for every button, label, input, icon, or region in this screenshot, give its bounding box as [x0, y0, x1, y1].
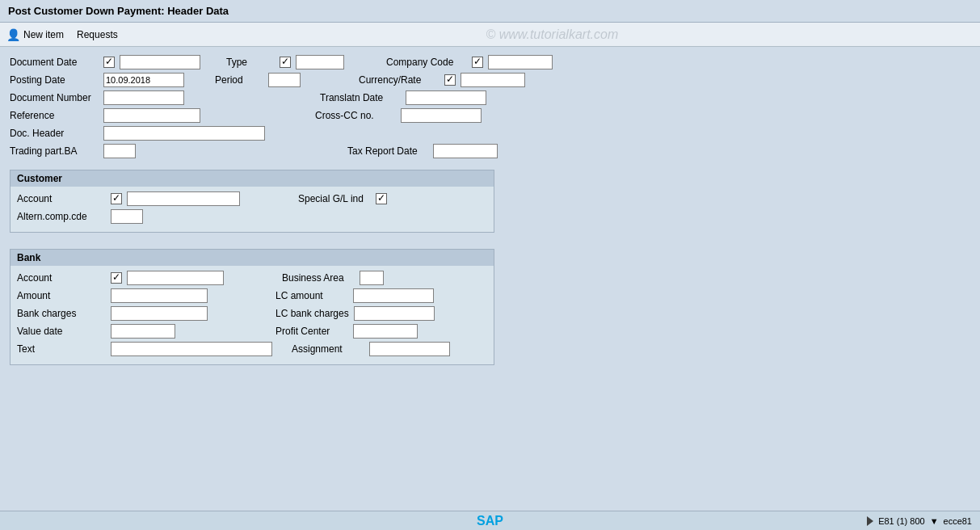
- assignment-label: Assignment: [292, 343, 364, 355]
- row-1: Document Date Type Company Code: [10, 55, 970, 69]
- translatn-date-input[interactable]: [406, 90, 486, 105]
- tax-report-date-label: Tax Report Date: [347, 145, 428, 157]
- watermark: © www.tutorialkart.com: [131, 27, 974, 42]
- doc-header-input[interactable]: [103, 126, 265, 141]
- bank-charges-label: Bank charges: [17, 308, 106, 319]
- company-code-input[interactable]: [488, 55, 553, 69]
- bank-charges-input[interactable]: [111, 306, 208, 321]
- profit-center-input[interactable]: [353, 324, 418, 339]
- user-info: ecce81: [944, 516, 972, 526]
- reference-input[interactable]: [103, 108, 200, 123]
- customer-section: Customer Account Special G/L ind Altern.…: [10, 170, 494, 233]
- row-2: Posting Date Period Currency/Rate: [10, 73, 970, 87]
- bank-account-label: Account: [17, 272, 106, 284]
- bank-title: Bank: [17, 252, 40, 263]
- person-icon: 👤: [6, 28, 20, 41]
- row-5: Doc. Header: [10, 126, 970, 141]
- sap-logo: SAP: [477, 514, 503, 528]
- special-gl-label: Special G/L ind: [298, 193, 371, 204]
- toolbar: 👤 New item Requests © www.tutorialkart.c…: [0, 23, 980, 47]
- amount-label: Amount: [17, 290, 106, 301]
- bank-account-row: Account Business Area: [17, 271, 487, 285]
- lc-bank-charges-label: LC bank charges: [275, 308, 349, 319]
- company-code-label: Company Code: [386, 57, 467, 68]
- requests-label: Requests: [77, 29, 118, 40]
- row-4: Reference Cross-CC no.: [10, 108, 970, 123]
- altern-comp-input[interactable]: [111, 209, 143, 224]
- row-3: Document Number Translatn Date: [10, 90, 970, 105]
- posting-date-input[interactable]: [103, 73, 184, 87]
- row-6: Trading part.BA Tax Report Date: [10, 144, 970, 158]
- customer-account-checkbox[interactable]: [111, 193, 122, 204]
- value-date-label: Value date: [17, 326, 106, 337]
- document-date-label: Document Date: [10, 57, 99, 68]
- page-title: Post Customer Down Payment: Header Data: [8, 5, 229, 17]
- requests-button[interactable]: Requests: [77, 29, 118, 40]
- period-label: Period: [215, 74, 263, 86]
- dropdown-icon[interactable]: ▼: [930, 516, 939, 526]
- document-number-input[interactable]: [103, 90, 184, 105]
- text-label: Text: [17, 343, 106, 355]
- bank-value-date-row: Value date Profit Center: [17, 324, 487, 339]
- tax-report-date-input[interactable]: [433, 144, 498, 158]
- bank-text-row: Text Assignment: [17, 342, 487, 356]
- document-date-checkbox[interactable]: [103, 57, 115, 68]
- bank-section-header: Bank: [11, 250, 494, 266]
- type-checkbox[interactable]: [280, 57, 291, 68]
- bank-account-input[interactable]: [127, 271, 224, 285]
- customer-account-row: Account Special G/L ind: [17, 191, 487, 206]
- bank-amount-row: Amount LC amount: [17, 288, 487, 303]
- doc-header-label: Doc. Header: [10, 128, 99, 139]
- lc-amount-input[interactable]: [353, 288, 434, 303]
- bank-charges-row: Bank charges LC bank charges: [17, 306, 487, 321]
- lc-amount-label: LC amount: [275, 290, 348, 301]
- status-bar: SAP E81 (1) 800 ▼ ecce81: [0, 511, 980, 530]
- document-number-label: Document Number: [10, 92, 99, 103]
- business-area-label: Business Area: [282, 272, 355, 284]
- translatn-date-label: Translatn Date: [320, 92, 401, 103]
- text-input[interactable]: [111, 342, 272, 356]
- new-item-button[interactable]: 👤 New item: [6, 28, 64, 41]
- trading-part-input[interactable]: [103, 144, 136, 158]
- special-gl-checkbox[interactable]: [376, 193, 387, 204]
- lc-bank-charges-input[interactable]: [354, 306, 435, 321]
- assignment-input[interactable]: [369, 342, 450, 356]
- main-content: Document Date Type Company Code Posting …: [0, 47, 980, 381]
- customer-section-header: Customer: [11, 170, 494, 187]
- triangle-icon: [867, 516, 873, 526]
- posting-date-label: Posting Date: [10, 74, 99, 86]
- profit-center-label: Profit Center: [275, 326, 348, 337]
- customer-account-input[interactable]: [127, 191, 240, 206]
- document-date-input[interactable]: [120, 55, 200, 69]
- bank-section: Bank Account Business Area Amount LC amo…: [10, 249, 494, 365]
- header-form: Document Date Type Company Code Posting …: [10, 55, 970, 158]
- type-label: Type: [226, 57, 275, 68]
- customer-account-label: Account: [17, 193, 106, 204]
- bank-account-checkbox[interactable]: [111, 272, 122, 284]
- reference-label: Reference: [10, 110, 99, 121]
- currency-rate-label: Currency/Rate: [359, 74, 440, 86]
- company-code-checkbox[interactable]: [472, 57, 483, 68]
- currency-rate-input[interactable]: [461, 73, 525, 87]
- status-info: E81 (1) 800 ▼ ecce81: [867, 516, 972, 526]
- type-input[interactable]: [296, 55, 344, 69]
- title-bar: Post Customer Down Payment: Header Data: [0, 0, 980, 23]
- customer-altern-row: Altern.comp.cde: [17, 209, 487, 224]
- cross-cc-input[interactable]: [401, 108, 482, 123]
- value-date-input[interactable]: [111, 324, 175, 339]
- business-area-input[interactable]: [360, 271, 384, 285]
- cross-cc-label: Cross-CC no.: [315, 110, 396, 121]
- period-input[interactable]: [268, 73, 301, 87]
- instance-info: E81 (1) 800: [878, 516, 924, 526]
- trading-part-label: Trading part.BA: [10, 145, 99, 157]
- customer-title: Customer: [17, 173, 62, 184]
- altern-comp-label: Altern.comp.cde: [17, 211, 106, 222]
- new-item-label: New item: [23, 29, 64, 40]
- amount-input[interactable]: [111, 288, 208, 303]
- currency-rate-checkbox[interactable]: [444, 74, 456, 86]
